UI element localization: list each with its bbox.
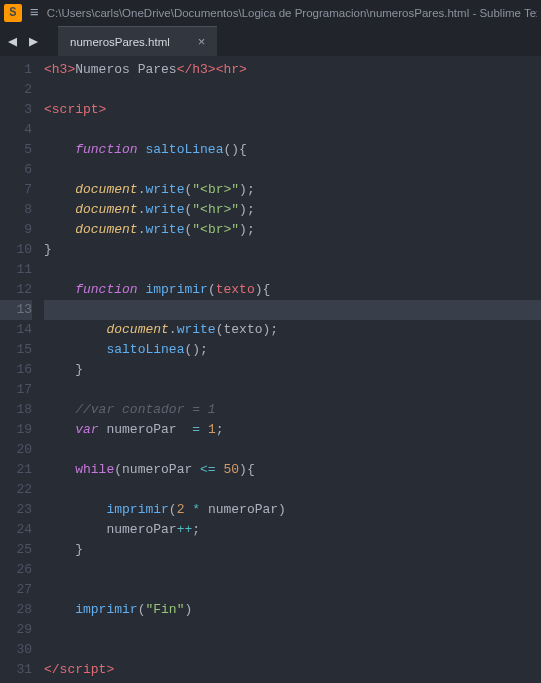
line-number: 11: [0, 260, 32, 280]
nav-back-icon[interactable]: ◀: [8, 32, 17, 51]
line-number: 20: [0, 440, 32, 460]
line-number: 9: [0, 220, 32, 240]
line-number: 18: [0, 400, 32, 420]
line-number: 16: [0, 360, 32, 380]
code-line[interactable]: [44, 580, 541, 600]
code-line[interactable]: [44, 640, 541, 660]
code-line[interactable]: [44, 300, 541, 320]
code-line[interactable]: document.write("<br>");: [44, 180, 541, 200]
line-number: 8: [0, 200, 32, 220]
line-number: 4: [0, 120, 32, 140]
code-line[interactable]: saltoLinea();: [44, 340, 541, 360]
nav-forward-icon[interactable]: ▶: [29, 32, 38, 51]
close-icon[interactable]: ×: [198, 34, 206, 49]
line-number: 7: [0, 180, 32, 200]
line-number: 25: [0, 540, 32, 560]
code-line[interactable]: document.write(texto);: [44, 320, 541, 340]
code-line[interactable]: //var contador = 1: [44, 400, 541, 420]
line-number: 1: [0, 60, 32, 80]
gutter: 1234567891011121314151617181920212223242…: [0, 56, 44, 683]
line-number: 24: [0, 520, 32, 540]
code-line[interactable]: imprimir("Fin"): [44, 600, 541, 620]
code-line[interactable]: }: [44, 240, 541, 260]
code-line[interactable]: }: [44, 360, 541, 380]
line-number: 14: [0, 320, 32, 340]
line-number: 6: [0, 160, 32, 180]
code-line[interactable]: document.write("<hr>");: [44, 200, 541, 220]
tab-label: numerosPares.html: [70, 36, 170, 48]
titlebar: S ≡ C:\Users\carls\OneDrive\Documentos\L…: [0, 0, 541, 26]
line-number: 22: [0, 480, 32, 500]
line-number: 29: [0, 620, 32, 640]
line-number: 27: [0, 580, 32, 600]
window-title: C:\Users\carls\OneDrive\Documentos\Logic…: [47, 7, 537, 19]
line-number: 26: [0, 560, 32, 580]
line-number: 2: [0, 80, 32, 100]
line-number: 28: [0, 600, 32, 620]
code-line[interactable]: document.write("<br>");: [44, 220, 541, 240]
code-area[interactable]: <h3>Numeros Pares</h3><hr> <script> func…: [44, 56, 541, 683]
line-number: 30: [0, 640, 32, 660]
code-line[interactable]: var numeroPar = 1;: [44, 420, 541, 440]
code-line[interactable]: </script>: [44, 660, 541, 680]
line-number: 31: [0, 660, 32, 680]
code-line[interactable]: [44, 380, 541, 400]
code-line[interactable]: [44, 560, 541, 580]
line-number: 23: [0, 500, 32, 520]
line-number: 10: [0, 240, 32, 260]
line-number: 21: [0, 460, 32, 480]
line-number: 17: [0, 380, 32, 400]
code-line[interactable]: [44, 260, 541, 280]
line-number: 19: [0, 420, 32, 440]
menu-icon[interactable]: ≡: [30, 5, 39, 22]
code-line[interactable]: function saltoLinea(){: [44, 140, 541, 160]
code-line[interactable]: function imprimir(texto){: [44, 280, 541, 300]
line-number: 12: [0, 280, 32, 300]
code-line[interactable]: imprimir(2 * numeroPar): [44, 500, 541, 520]
nav-bar: ◀ ▶ numerosPares.html ×: [0, 26, 541, 56]
app-icon: S: [4, 4, 22, 22]
code-line[interactable]: while(numeroPar <= 50){: [44, 460, 541, 480]
tab[interactable]: numerosPares.html ×: [58, 26, 217, 56]
code-line[interactable]: [44, 440, 541, 460]
line-number: 5: [0, 140, 32, 160]
code-line[interactable]: [44, 480, 541, 500]
code-line[interactable]: numeroPar++;: [44, 520, 541, 540]
editor[interactable]: 1234567891011121314151617181920212223242…: [0, 56, 541, 683]
code-line[interactable]: <script>: [44, 100, 541, 120]
code-line[interactable]: [44, 80, 541, 100]
line-number: 15: [0, 340, 32, 360]
tab-bar: numerosPares.html ×: [58, 26, 533, 56]
code-line[interactable]: }: [44, 540, 541, 560]
code-line[interactable]: [44, 120, 541, 140]
line-number: 3: [0, 100, 32, 120]
code-line[interactable]: <h3>Numeros Pares</h3><hr>: [44, 60, 541, 80]
code-line[interactable]: [44, 620, 541, 640]
code-line[interactable]: [44, 160, 541, 180]
line-number: 13: [0, 300, 32, 320]
